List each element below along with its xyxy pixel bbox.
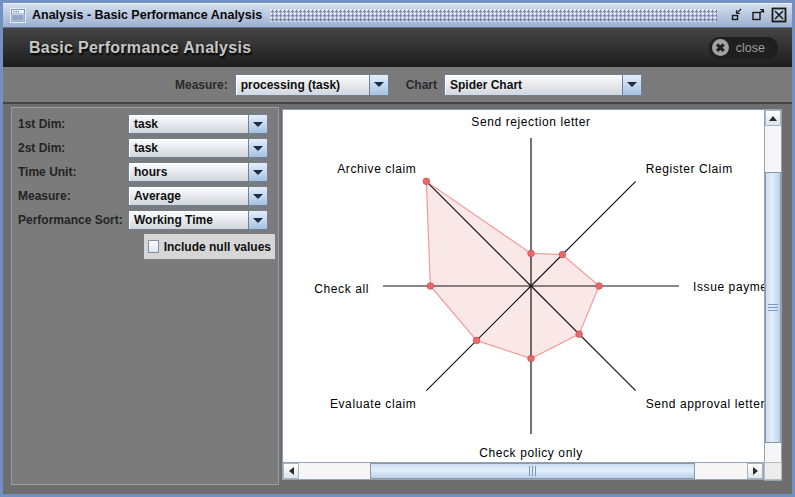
measure-field-value: Average [129, 187, 248, 205]
time-unit-label: Time Unit: [18, 165, 76, 179]
minimize-icon [730, 8, 744, 22]
horizontal-scrollbar[interactable] [282, 462, 764, 480]
include-null-values-row: Include null values [144, 234, 275, 259]
svg-text:Send rejection letter: Send rejection letter [471, 115, 590, 129]
internal-frame: Analysis - Basic Performance Analysis Ba… [0, 0, 795, 497]
maximize-button[interactable] [749, 7, 767, 24]
performance-sort-value: Working Time [129, 211, 248, 229]
arrow-up-icon [769, 116, 777, 121]
measure-select[interactable]: processing (task) [235, 74, 389, 96]
thumb-grip-icon [529, 466, 537, 476]
svg-text:Register Claim: Register Claim [646, 162, 733, 176]
close-window-button[interactable] [770, 7, 788, 24]
measure-select-value: processing (task) [236, 75, 369, 95]
field-row-1st-dim: 1st Dim: task [18, 114, 274, 134]
scrollbar-corner [764, 462, 782, 480]
page-title: Basic Performance Analysis [29, 39, 251, 57]
horizontal-scroll-track[interactable] [299, 463, 747, 479]
scroll-right-button[interactable] [747, 463, 763, 479]
chevron-down-icon[interactable] [248, 139, 267, 157]
thumb-grip-icon [768, 304, 778, 312]
window-frame-icon [10, 8, 26, 23]
time-unit-value: hours [129, 163, 248, 181]
svg-text:Evaluate claim: Evaluate claim [330, 397, 416, 411]
time-unit-select[interactable]: hours [128, 162, 268, 182]
chart-label: Chart [406, 78, 437, 92]
svg-text:Send approval letter: Send approval letter [646, 397, 765, 411]
arrow-left-icon [289, 467, 294, 475]
chart-select-value: Spider Chart [445, 75, 622, 95]
spider-chart-canvas: Send rejection letterRegister ClaimIssue… [282, 109, 764, 462]
close-view-button[interactable]: ✖ close [709, 37, 778, 59]
chart-select[interactable]: Spider Chart [444, 74, 642, 96]
field-row-performance-sort: Performance Sort: Working Time [18, 210, 274, 230]
arrow-right-icon [753, 467, 758, 475]
chevron-down-icon[interactable] [369, 75, 388, 95]
performance-sort-label: Performance Sort: [18, 213, 123, 227]
scroll-left-button[interactable] [283, 463, 299, 479]
vertical-scrollbar[interactable] [764, 109, 782, 481]
close-window-icon [771, 7, 787, 23]
options-panel: 1st Dim: task 2st Dim: task Time Unit: h… [11, 107, 279, 485]
second-dim-value: task [129, 139, 248, 157]
include-null-values-checkbox[interactable] [148, 240, 159, 253]
chevron-down-icon[interactable] [622, 75, 641, 95]
performance-sort-select[interactable]: Working Time [128, 210, 268, 230]
second-dim-select[interactable]: task [128, 138, 268, 158]
svg-text:Archive claim: Archive claim [337, 162, 416, 176]
svg-text:Check all: Check all [314, 282, 369, 296]
first-dim-select[interactable]: task [128, 114, 268, 134]
measure-label: Measure: [175, 78, 228, 92]
field-row-time-unit: Time Unit: hours [18, 162, 274, 182]
close-view-label: close [736, 41, 765, 55]
maximize-icon [751, 8, 765, 22]
first-dim-value: task [129, 115, 248, 133]
include-null-values-label: Include null values [164, 240, 271, 254]
vertical-scroll-thumb[interactable] [765, 172, 781, 443]
svg-text:Issue payment: Issue payment [693, 280, 765, 294]
scroll-up-button[interactable] [765, 110, 781, 126]
window-title: Analysis - Basic Performance Analysis [32, 8, 270, 22]
window-titlebar[interactable]: Analysis - Basic Performance Analysis [3, 3, 792, 28]
measure-toolbar: Measure: processing (task) Chart Spider … [3, 67, 792, 104]
minimize-button[interactable] [728, 7, 746, 24]
chevron-down-icon[interactable] [248, 115, 267, 133]
content-area: 1st Dim: task 2st Dim: task Time Unit: h… [3, 104, 792, 494]
chevron-down-icon[interactable] [248, 187, 267, 205]
measure-field-select[interactable]: Average [128, 186, 268, 206]
first-dim-label: 1st Dim: [18, 117, 65, 131]
close-x-icon: ✖ [712, 39, 729, 56]
field-row-measure: Measure: Average [18, 186, 274, 206]
chevron-down-icon[interactable] [248, 211, 267, 229]
field-row-2st-dim: 2st Dim: task [18, 138, 274, 158]
horizontal-scroll-thumb[interactable] [370, 463, 695, 479]
vertical-scroll-track[interactable] [765, 126, 781, 464]
measure-field-label: Measure: [18, 189, 71, 203]
titlebar-texture [270, 9, 717, 22]
svg-text:Check policy only: Check policy only [479, 446, 583, 460]
view-header: Basic Performance Analysis ✖ close [3, 28, 792, 67]
second-dim-label: 2st Dim: [18, 141, 65, 155]
chevron-down-icon[interactable] [248, 163, 267, 181]
spider-chart-svg: Send rejection letterRegister ClaimIssue… [283, 110, 765, 462]
